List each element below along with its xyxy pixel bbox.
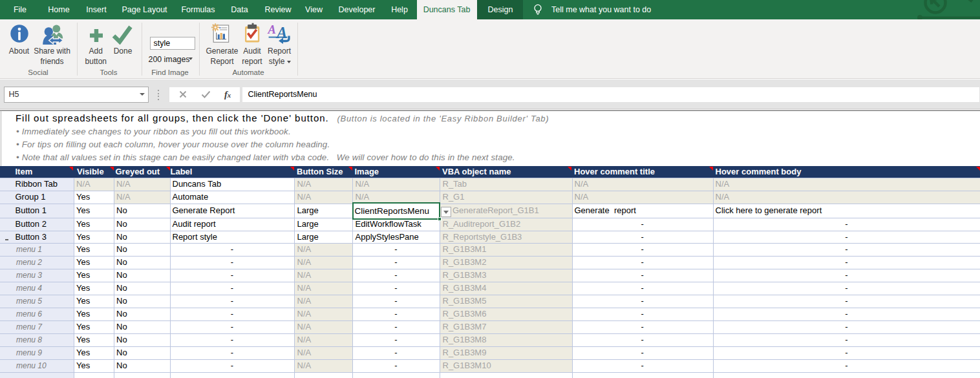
svg-text:A: A: [275, 24, 287, 41]
svg-text:A: A: [268, 23, 276, 36]
